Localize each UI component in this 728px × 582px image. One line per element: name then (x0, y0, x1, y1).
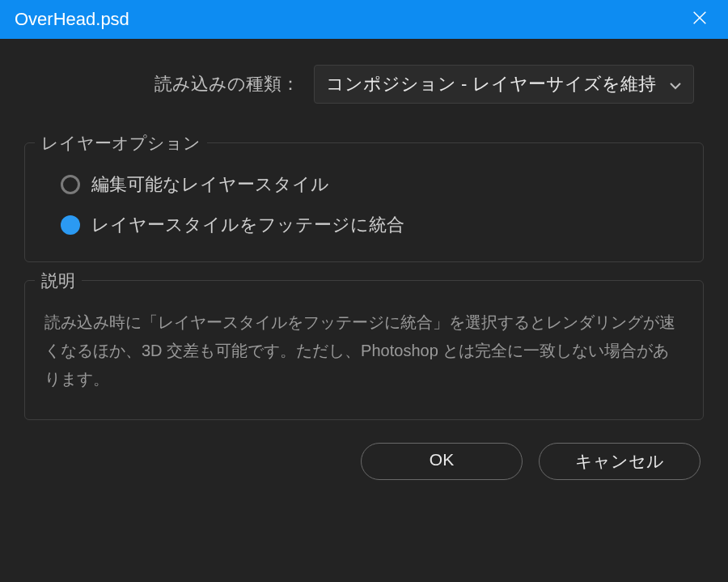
chevron-down-icon (669, 74, 682, 95)
layer-options-fieldset: レイヤーオプション 編集可能なレイヤースタイル レイヤースタイルをフッテージに統… (24, 142, 704, 262)
radio-unselected-icon (61, 175, 80, 194)
button-row: OK キャンセル (24, 443, 704, 480)
import-kind-selected: コンポジション - レイヤーサイズを維持 (326, 74, 656, 94)
ok-button[interactable]: OK (361, 443, 523, 480)
radio-editable-label: 編集可能なレイヤースタイル (91, 172, 329, 197)
layer-options-legend: レイヤーオプション (35, 132, 207, 155)
description-legend: 説明 (35, 270, 82, 292)
radio-merge-layer-styles[interactable]: レイヤースタイルをフッテージに統合 (61, 213, 684, 237)
radio-editable-layer-styles[interactable]: 編集可能なレイヤースタイル (61, 172, 684, 197)
description-text: 読み込み時に「レイヤースタイルをフッテージに統合」を選択するとレンダリングが速く… (44, 300, 684, 393)
window-title: OverHead.psd (15, 9, 129, 30)
title-bar: OverHead.psd (0, 0, 728, 39)
import-kind-row: 読み込みの種類： コンポジション - レイヤーサイズを維持 (24, 65, 704, 104)
cancel-button[interactable]: キャンセル (539, 443, 700, 480)
import-kind-label: 読み込みの種類： (154, 72, 299, 96)
import-kind-dropdown[interactable]: コンポジション - レイヤーサイズを維持 (314, 65, 694, 104)
dialog-body: 読み込みの種類： コンポジション - レイヤーサイズを維持 レイヤーオプション … (0, 39, 728, 582)
radio-merge-label: レイヤースタイルをフッテージに統合 (91, 213, 404, 237)
layer-options-radio-group: 編集可能なレイヤースタイル レイヤースタイルをフッテージに統合 (44, 166, 684, 237)
description-fieldset: 説明 読み込み時に「レイヤースタイルをフッテージに統合」を選択するとレンダリング… (24, 280, 704, 420)
radio-selected-icon (61, 215, 80, 235)
close-button[interactable] (681, 0, 718, 39)
close-icon (691, 9, 709, 30)
